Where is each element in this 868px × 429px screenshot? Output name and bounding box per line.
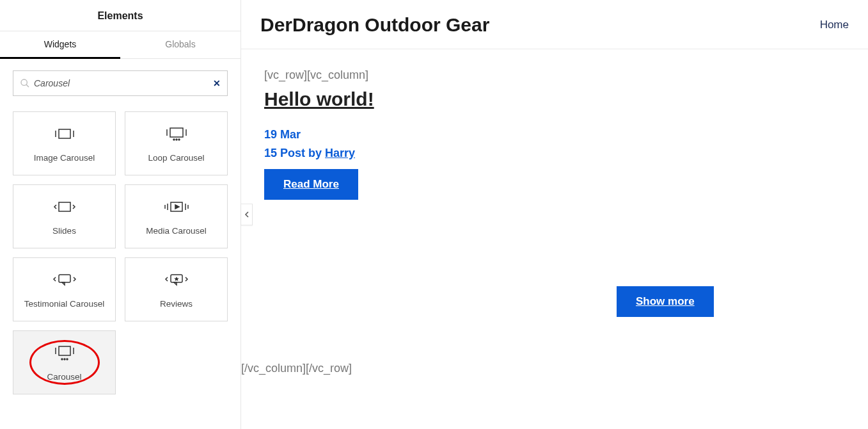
- widget-label: Media Carousel: [146, 226, 207, 236]
- widget-grid: Image Carousel Loop Carousel Slides Medi…: [0, 100, 241, 406]
- page-content: [vc_row][vc_column] Hello world! 19 Mar …: [241, 49, 868, 429]
- svg-marker-19: [62, 282, 65, 285]
- panel-title: Elements: [0, 0, 241, 31]
- post-meta: 19 Mar 15 Post by Harry: [264, 125, 845, 163]
- search-icon: [20, 78, 30, 88]
- widget-label: Image Carousel: [34, 153, 95, 163]
- widget-label: Testimonial Carousel: [24, 299, 104, 309]
- nav-home[interactable]: Home: [820, 19, 849, 31]
- svg-point-27: [64, 359, 65, 360]
- svg-rect-5: [170, 128, 183, 137]
- widget-testimonial-carousel[interactable]: Testimonial Carousel: [13, 257, 116, 321]
- widget-reviews[interactable]: Reviews: [125, 257, 228, 321]
- svg-rect-11: [59, 202, 70, 211]
- svg-point-8: [173, 139, 175, 140]
- preview-canvas: DerDragon Outdoor Gear Home [vc_row][vc_…: [241, 0, 868, 429]
- panel-tabs: Widgets Globals: [0, 31, 241, 59]
- widget-image-carousel[interactable]: Image Carousel: [13, 111, 116, 175]
- loop-carousel-icon: [164, 125, 189, 143]
- show-more-button[interactable]: Show more: [617, 286, 714, 317]
- svg-point-28: [67, 359, 68, 360]
- widget-label: Reviews: [160, 299, 193, 309]
- search-input[interactable]: [30, 78, 213, 88]
- read-more-button[interactable]: Read More: [264, 169, 358, 200]
- svg-point-26: [61, 359, 63, 360]
- tab-widgets[interactable]: Widgets: [0, 31, 120, 59]
- site-nav: Home: [820, 19, 849, 31]
- widget-media-carousel[interactable]: Media Carousel: [125, 184, 228, 248]
- elements-panel: Elements Widgets Globals ✕ Image Carouse…: [0, 0, 241, 429]
- author-link[interactable]: Harry: [325, 147, 355, 159]
- site-header: DerDragon Outdoor Gear Home: [241, 0, 868, 49]
- widget-loop-carousel[interactable]: Loop Carousel: [125, 111, 228, 175]
- svg-point-9: [176, 139, 177, 140]
- image-carousel-icon: [52, 125, 77, 143]
- svg-marker-22: [174, 277, 179, 281]
- svg-line-1: [26, 85, 29, 87]
- site-title: DerDragon Outdoor Gear: [260, 14, 489, 36]
- search-clear-button[interactable]: ✕: [213, 78, 221, 88]
- shortcode-close: [/vc_column][/vc_row]: [241, 362, 352, 375]
- widget-label: Slides: [52, 226, 76, 236]
- carousel-icon: [52, 344, 77, 362]
- svg-point-10: [178, 139, 180, 140]
- svg-rect-18: [59, 275, 70, 282]
- svg-marker-21: [174, 282, 177, 285]
- media-carousel-icon: [162, 198, 191, 216]
- slides-icon: [52, 198, 77, 216]
- svg-marker-13: [175, 205, 179, 209]
- post-byline: 15 Post by Harry: [264, 144, 845, 163]
- widget-carousel[interactable]: Carousel: [13, 330, 116, 394]
- post-date: 19 Mar: [264, 125, 845, 144]
- svg-rect-2: [59, 129, 70, 138]
- testimonial-carousel-icon: [51, 271, 79, 289]
- shortcode-open: [vc_row][vc_column]: [264, 69, 845, 82]
- reviews-icon: [162, 271, 191, 289]
- widget-label: Carousel: [47, 372, 81, 382]
- tab-globals[interactable]: Globals: [120, 31, 241, 58]
- byline-prefix: 15 Post by: [264, 147, 325, 159]
- widget-label: Loop Carousel: [148, 153, 205, 163]
- widget-slides[interactable]: Slides: [13, 184, 116, 248]
- svg-rect-23: [59, 346, 70, 355]
- svg-point-0: [21, 79, 27, 85]
- post-title[interactable]: Hello world!: [264, 88, 845, 110]
- search-box: ✕: [13, 70, 228, 96]
